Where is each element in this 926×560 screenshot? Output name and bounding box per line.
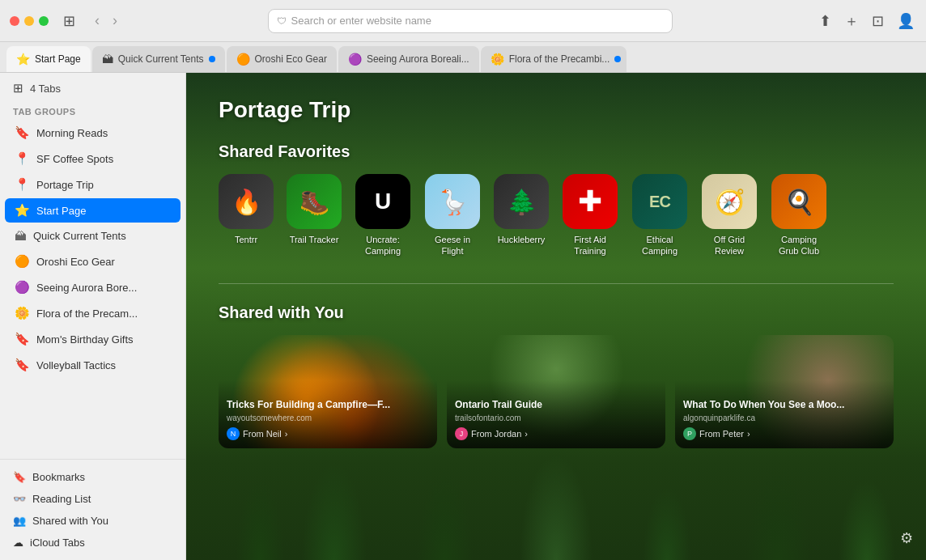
tab-label: Flora of the Precambi... [509, 53, 610, 65]
card-content-campfire: Tricks For Building a Campfire—F... wayo… [219, 391, 437, 448]
fav-item-off-grid[interactable]: 🧭 Off Grid Review [701, 174, 758, 257]
sidebar-item-flora[interactable]: 🌼 Flora of the Precam... [5, 301, 181, 325]
fav-icon-uncrate: U [355, 174, 410, 229]
bookmark-icon: 🔖 [15, 125, 30, 140]
sidebar: ⊞ 4 Tabs Tab Groups 🔖 Morning Reads 📍 SF… [0, 73, 186, 560]
bookmark-icon-2: 🔖 [15, 332, 30, 346]
from-avatar-jordan: J [455, 427, 468, 440]
sidebar-item-label: Flora of the Precam... [36, 308, 138, 320]
share-button[interactable]: ⬆ [818, 11, 833, 32]
tab-overview-button[interactable]: ⊡ [870, 11, 886, 32]
page-title: Portage Trip [219, 97, 894, 123]
fav-icon-trail: 🥾 [287, 174, 342, 229]
card-url-moose: algonquinparklife.ca [683, 414, 886, 422]
shield-icon: 🛡 [277, 15, 287, 27]
fav-item-camping-grub[interactable]: 🍳 Camping Grub Club [771, 174, 827, 257]
tab-favicon-tents: 🏔 [102, 53, 113, 66]
sidebar-section-label: Tab Groups [0, 102, 185, 120]
tab-quick-tents[interactable]: 🏔 Quick Current Tents [92, 46, 225, 72]
sidebar-item-morning-reads[interactable]: 🔖 Morning Reads [5, 121, 181, 145]
address-bar[interactable]: 🛡 Search or enter website name [268, 9, 673, 33]
tab-dot-flora [614, 56, 621, 62]
sidebar-item-oroshi[interactable]: 🟠 Oroshi Eco Gear [5, 249, 181, 274]
card-title-moose: What To Do When You See a Moo... [683, 399, 886, 412]
toolbar-right: ⬆ ＋ ⊡ 👤 [818, 10, 916, 32]
sidebar-item-label: Start Page [36, 205, 86, 217]
sidebar-bottom: 🔖 Bookmarks 👓 Reading List 👥 Shared with… [0, 459, 185, 560]
tabs-bar: ⭐ Start Page 🏔 Quick Current Tents 🟠 Oro… [0, 42, 926, 73]
fav-item-uncrate[interactable]: U Uncrate: Camping [355, 174, 411, 257]
fav-icon-off-grid: 🧭 [702, 174, 757, 229]
tab-label: Oroshi Eco Gear [255, 53, 327, 65]
card-content-moose: What To Do When You See a Moo... algonqu… [675, 391, 894, 448]
sidebar-item-label: Oroshi Eco Gear [36, 256, 115, 268]
close-button[interactable] [10, 16, 19, 26]
fav-icon-geese: 🪿 [425, 174, 480, 229]
new-tab-button[interactable]: ＋ [843, 10, 860, 32]
sidebar-item-label: Portage Trip [36, 179, 94, 191]
tab-start-page[interactable]: ⭐ Start Page [6, 46, 91, 72]
tab-oroshi[interactable]: 🟠 Oroshi Eco Gear [227, 46, 337, 72]
favorites-grid: 🔥 Tentrr 🥾 Trail Tracker U Uncrate: Camp… [219, 174, 894, 257]
sidebar-item-label: Mom's Birthday Gifts [36, 333, 134, 346]
fav-item-geese[interactable]: 🪿 Geese in Flight [424, 174, 481, 257]
sidebar-icloud-tabs[interactable]: ☁ iCloud Tabs [0, 532, 185, 554]
shared-icon: 👥 [13, 515, 26, 527]
address-placeholder: Search or enter website name [291, 15, 431, 27]
divider [219, 283, 894, 284]
card-from-campfire: N From Neil › [227, 427, 429, 440]
tab-favicon-star: ⭐ [16, 53, 30, 66]
from-avatar-peter: P [683, 427, 696, 440]
content-area: Portage Trip Shared Favorites 🔥 Tentrr 🥾… [186, 73, 926, 560]
shared-card-ontario[interactable]: Ontario Trail Guide trailsofontario.com … [447, 335, 665, 448]
shared-card-campfire[interactable]: Tricks For Building a Campfire—F... wayo… [219, 335, 437, 448]
window-controls [10, 16, 49, 26]
fav-label-uncrate: Uncrate: Camping [355, 234, 411, 257]
bookmark-icon-3: 🔖 [15, 358, 30, 372]
fav-item-trail-tracker[interactable]: 🥾 Trail Tracker [287, 174, 342, 257]
star-icon: ⭐ [15, 203, 30, 218]
sidebar-shared-with-you[interactable]: 👥 Shared with You [0, 510, 185, 532]
maximize-button[interactable] [39, 16, 49, 26]
from-avatar-neil: N [227, 427, 240, 440]
back-button[interactable]: ‹ [90, 11, 104, 31]
fav-item-first-aid[interactable]: ✚ First Aid Training [562, 174, 618, 257]
tab-favicon-oroshi: 🟠 [236, 53, 250, 66]
fav-label-geese: Geese in Flight [424, 234, 481, 257]
tab-favicon-aurora: 🟣 [348, 53, 362, 66]
fav-item-ec[interactable]: EC Ethical Camping [631, 174, 688, 257]
sidebar-item-portage-trip[interactable]: 📍 Portage Trip [5, 172, 181, 197]
nav-arrows: ‹ › [90, 11, 122, 31]
bookmarks-icon: 🔖 [13, 471, 26, 483]
sidebar-item-start-page[interactable]: ⭐ Start Page [5, 198, 181, 223]
tab-flora[interactable]: 🌼 Flora of the Precambi... [481, 46, 627, 72]
sidebar-toggle-button[interactable]: ⊞ [62, 11, 77, 32]
sidebar-item-label: Volleyball Tactics [36, 359, 116, 371]
circle-orange-icon: 🟠 [15, 254, 30, 269]
fav-item-huckleberry[interactable]: 🌲 Huckleberry [494, 174, 549, 257]
settings-icon[interactable]: ⚙ [900, 529, 913, 547]
minimize-button[interactable] [24, 16, 34, 26]
fav-label-tentrr: Tentrr [235, 234, 257, 245]
sidebar-bookmarks[interactable]: 🔖 Bookmarks [0, 466, 185, 488]
sidebar-item-sf-coffee[interactable]: 📍 SF Coffee Spots [5, 146, 181, 171]
shared-grid: Tricks For Building a Campfire—F... wayo… [219, 335, 894, 448]
sidebar-item-aurora[interactable]: 🟣 Seeing Aurora Bore... [5, 275, 181, 299]
sidebar-item-label: SF Coffee Spots [36, 153, 113, 165]
reading-list-label: Reading List [32, 493, 91, 505]
sidebar-item-moms-birthday[interactable]: 🔖 Mom's Birthday Gifts [5, 327, 181, 351]
fav-label-ec: Ethical Camping [631, 234, 688, 257]
flower-icon: 🌼 [15, 306, 30, 320]
sidebar-item-volleyball[interactable]: 🔖 Volleyball Tactics [5, 353, 181, 377]
shared-card-moose[interactable]: What To Do When You See a Moo... algonqu… [675, 335, 894, 448]
profile-button[interactable]: 👤 [895, 11, 916, 32]
sidebar-item-quick-tents[interactable]: 🏔 Quick Current Tents [5, 224, 181, 248]
card-title-ontario: Ontario Trail Guide [455, 399, 657, 412]
reading-list-icon: 👓 [13, 493, 26, 505]
tab-favicon-flora: 🌼 [491, 53, 504, 66]
forward-button[interactable]: › [108, 11, 122, 31]
fav-item-tentrr[interactable]: 🔥 Tentrr [219, 174, 274, 257]
tab-aurora[interactable]: 🟣 Seeing Aurora Boreali... [338, 46, 479, 72]
sidebar-reading-list[interactable]: 👓 Reading List [0, 488, 185, 510]
fav-icon-camping-grub: 🍳 [771, 174, 826, 229]
